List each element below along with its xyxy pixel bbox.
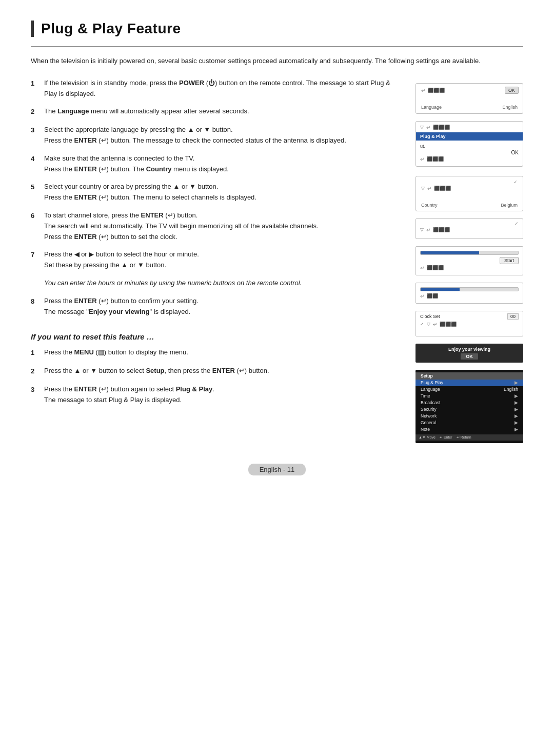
nav-row-ch: ↵ ⬛⬛ (420, 293, 519, 299)
language-label: Language (421, 105, 442, 110)
menu-item-network: Network ▶ (416, 413, 523, 420)
country-label: Country (421, 203, 438, 208)
language-screen: OK ↵ ⬛⬛⬛ Language English (416, 83, 523, 114)
channel-progress-fill (421, 288, 460, 291)
language-value: English (502, 105, 518, 110)
nav-row-clock: ✓ ▽ ↵ ⬛⬛⬛ (420, 322, 519, 327)
step-7: 7 Press the ◀ or ▶ button to select the … (31, 249, 400, 271)
plug-play-screen: ▽ ↵ ⬛⬛⬛ Plug & Play ut. OK ↵ ⬛⬛⬛ (416, 121, 523, 167)
title-divider (31, 46, 523, 47)
step-5: 5 Select your country or area by pressin… (31, 182, 400, 203)
page-footer: English - 11 (31, 464, 523, 475)
country-screen: ✓ ▽ ↵ ⬛⬛⬛ Country Belgium (416, 176, 523, 211)
country-label-row: Country Belgium (421, 203, 518, 208)
step-7-subnote: You can enter the hours or minutes by us… (44, 278, 400, 289)
nav-row-start: ↵ ⬛⬛⬛ (420, 265, 519, 271)
step-content-6: To start channel store, press the ENTER … (44, 210, 400, 242)
step-num-2: 2 (31, 106, 38, 117)
plug-play-bar: Plug & Play (416, 132, 523, 141)
nav-row-1: ↵ ⬛⬛⬛ (421, 88, 518, 93)
setup-menu-nav: ▲▼ Move ↵ Enter ↩ Return (416, 434, 523, 441)
nav-row-pp: ▽ ↵ ⬛⬛⬛ (420, 125, 519, 130)
step-6: 6 To start channel store, press the ENTE… (31, 210, 400, 242)
step-num-6: 6 (31, 210, 38, 242)
step-content-4: Make sure that the antenna is connected … (44, 153, 400, 175)
menu-item-security: Security ▶ (416, 406, 523, 413)
page-title: Plug & Play Feature (31, 21, 523, 37)
language-label-row: Language English (421, 105, 518, 110)
enjoy-screen: Enjoy your viewing OK (416, 344, 523, 363)
step-num-5: 5 (31, 182, 38, 203)
reset-step-1: 1 Press the MENU (▦) button to display t… (31, 347, 400, 359)
step-num-7: 7 (31, 249, 38, 271)
step-1: 1 If the television is in standby mode, … (31, 78, 400, 100)
step-num-1: 1 (31, 78, 38, 100)
menu-item-plug-play: Plug & Play ▶ (416, 380, 523, 386)
step-content-5: Select your country or area by pressing … (44, 182, 400, 203)
checkmark2: ✓ (420, 221, 519, 226)
reset-step-3: 3 Press the ENTER (↵) button again to se… (31, 384, 400, 406)
clock-screen: Clock Set 00 ✓ ▽ ↵ ⬛⬛⬛ (416, 311, 523, 336)
step-4: 4 Make sure that the antenna is connecte… (31, 153, 400, 175)
nav-row-cs: ▽ ↵ ⬛⬛⬛ (420, 227, 519, 233)
start-area: Start (420, 257, 519, 264)
channel-progress-bar (420, 287, 519, 291)
reset-section: If you want to reset this feature … 1 Pr… (31, 332, 400, 405)
clock-value: 00 (507, 313, 519, 320)
step-content-7: Press the ◀ or ▶ button to select the ho… (44, 249, 400, 271)
reset-step-content-3: Press the ENTER (↵) button again to sele… (44, 384, 400, 406)
step-content-3: Select the appropriate language by press… (44, 125, 400, 146)
channel-screen: ↵ ⬛⬛ (416, 283, 523, 304)
reset-step-2: 2 Press the ▲ or ▼ button to select Setu… (31, 366, 400, 377)
start-screen: Start ↵ ⬛⬛⬛ (416, 246, 523, 275)
checkmark: ✓ (421, 180, 518, 185)
ok-button-pp: OK (511, 150, 519, 155)
progress-bar (420, 251, 519, 255)
right-column: OK ↵ ⬛⬛⬛ Language English ▽ ↵ ⬛⬛⬛ Plug &… (416, 78, 523, 443)
step-content-2: The Language menu will automatically app… (44, 106, 400, 117)
reset-step-content-2: Press the ▲ or ▼ button to select Setup,… (44, 366, 400, 377)
pp-note: ut. (420, 143, 519, 150)
reset-step-content-1: Press the MENU (▦) button to display the… (44, 347, 400, 359)
intro-text: When the television is initially powered… (31, 56, 523, 67)
ok-area-pp: OK (420, 150, 519, 155)
step-8: 8 Press the ENTER (↵) button to confirm … (31, 296, 400, 317)
enjoy-ok: OK (421, 352, 518, 360)
step-num-3: 3 (31, 125, 38, 146)
country-value: Belgium (501, 203, 518, 208)
step-content-8: Press the ENTER (↵) button to confirm yo… (44, 296, 400, 317)
step-3: 3 Select the appropriate language by pre… (31, 125, 400, 146)
nav-row-pp2: ↵ ⬛⬛⬛ (420, 156, 519, 162)
left-column: 1 If the television is in standby mode, … (31, 78, 400, 413)
menu-item-time: Time ▶ (416, 393, 523, 400)
setup-menu-title: Setup (416, 372, 523, 380)
step-num-4: 4 (31, 153, 38, 175)
check-screen: ✓ ▽ ↵ ⬛⬛⬛ (416, 218, 523, 239)
progress-bar-fill (421, 251, 479, 254)
reset-step-num-2: 2 (31, 366, 38, 377)
clock-row: Clock Set 00 (420, 313, 519, 320)
menu-item-note: Note ▶ (416, 426, 523, 433)
menu-item-language: Language English (416, 386, 523, 393)
enjoy-label: Enjoy your viewing (421, 347, 518, 352)
step-content-1: If the television is in standby mode, pr… (44, 78, 400, 100)
menu-item-broadcast: Broadcast ▶ (416, 400, 523, 406)
ok-button-screen1: OK (505, 87, 519, 94)
step-2: 2 The Language menu will automatically a… (31, 106, 400, 117)
nav-row-c: ▽ ↵ ⬛⬛⬛ (421, 186, 518, 191)
setup-menu: Setup Plug & Play ▶ Language English Tim… (416, 370, 523, 443)
main-content: 1 If the television is in standby mode, … (31, 78, 523, 443)
reset-heading: If you want to reset this feature … (31, 332, 400, 341)
clock-label: Clock Set (420, 314, 440, 319)
reset-step-num-1: 1 (31, 347, 38, 359)
step-num-8: 8 (31, 296, 38, 317)
reset-step-num-3: 3 (31, 384, 38, 406)
footer-page-label: English - 11 (248, 464, 306, 475)
start-button: Start (500, 257, 519, 264)
menu-item-general: General ▶ (416, 420, 523, 426)
